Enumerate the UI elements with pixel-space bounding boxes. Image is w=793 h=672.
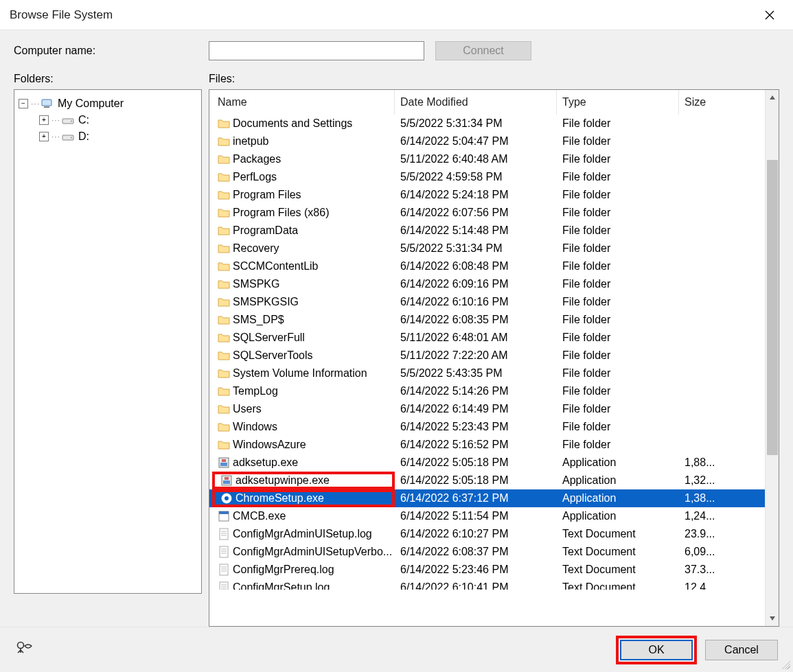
folder-icon (218, 224, 230, 237)
column-header-size[interactable]: Size (679, 90, 734, 115)
file-date: 5/11/2022 6:48:01 AM (395, 332, 557, 344)
svg-point-32 (18, 642, 24, 649)
file-row[interactable]: ProgramData6/14/2022 5:14:48 PMFile fold… (209, 222, 765, 240)
connect-button[interactable]: Connect (435, 41, 531, 60)
svg-rect-10 (223, 480, 230, 484)
svg-rect-7 (220, 463, 227, 466)
folder-icon (218, 439, 230, 451)
folder-icon (218, 367, 230, 380)
file-date: 6/14/2022 6:14:49 PM (395, 403, 557, 415)
file-date: 5/11/2022 7:22:20 AM (395, 349, 557, 362)
file-name: System Volume Information (233, 367, 367, 380)
file-row[interactable]: SQLServerFull5/11/2022 6:48:01 AMFile fo… (209, 329, 765, 347)
file-name: inetpub (233, 135, 269, 148)
file-row[interactable]: PerfLogs5/5/2022 4:59:58 PMFile folder (209, 168, 765, 186)
file-row[interactable]: Program Files (x86)6/14/2022 6:07:56 PMF… (209, 204, 765, 222)
file-type: File folder (557, 207, 679, 219)
folder-icon (218, 260, 230, 273)
column-header-name[interactable]: Name (212, 90, 395, 115)
titlebar: Browse File System (0, 0, 793, 30)
file-date: 6/14/2022 6:10:41 PM (395, 581, 557, 590)
svg-rect-15 (219, 511, 229, 514)
file-name: ProgramData (233, 224, 298, 237)
file-name: adksetup.exe (233, 456, 298, 469)
file-row[interactable]: ConfigMgrPrereq.log6/14/2022 5:23:46 PMT… (209, 561, 765, 579)
file-size: 1,88... (679, 456, 734, 469)
scroll-down-arrow-icon[interactable] (766, 611, 779, 626)
installer-icon (218, 456, 230, 469)
file-row[interactable]: ConfigMgrAdminUISetup.log6/14/2022 6:10:… (209, 525, 765, 543)
scroll-thumb[interactable] (767, 160, 778, 455)
svg-rect-8 (222, 459, 226, 462)
file-date: 6/14/2022 5:04:47 PM (395, 135, 557, 148)
file-row[interactable]: SQLServerTools5/11/2022 7:22:20 AMFile f… (209, 347, 765, 364)
file-type: Text Document (557, 581, 679, 590)
tree-connector: ··· (51, 132, 60, 141)
help-icon[interactable] (15, 639, 34, 660)
file-name: SCCMContentLib (233, 260, 319, 273)
file-row[interactable]: adksetupwinpe.exe6/14/2022 5:05:18 PMApp… (209, 472, 765, 489)
file-name: ConfigMgrAdminUISetupVerbo... (233, 546, 392, 558)
tree-connector: ··· (51, 115, 60, 125)
file-row[interactable]: WindowsAzure6/14/2022 5:16:52 PMFile fol… (209, 436, 765, 454)
cancel-button[interactable]: Cancel (705, 640, 778, 660)
file-row[interactable]: Program Files6/14/2022 5:24:18 PMFile fo… (209, 186, 765, 204)
file-row[interactable]: SMSPKG6/14/2022 6:09:16 PMFile folder (209, 275, 765, 293)
file-row[interactable]: ChromeSetup.exe6/14/2022 6:37:12 PMAppli… (209, 489, 765, 507)
collapse-icon[interactable]: − (19, 99, 28, 108)
computer-icon (41, 98, 55, 109)
file-date: 6/14/2022 6:07:56 PM (395, 207, 557, 219)
file-row[interactable]: Packages5/11/2022 6:40:48 AMFile folder (209, 150, 765, 168)
file-row[interactable]: System Volume Information5/5/2022 5:43:3… (209, 364, 765, 382)
file-name: Program Files (233, 189, 301, 201)
file-row[interactable]: Recovery5/5/2022 5:31:34 PMFile folder (209, 240, 765, 257)
file-row[interactable]: inetpub6/14/2022 5:04:47 PMFile folder (209, 132, 765, 150)
tree-node-my-computer[interactable]: − ··· My Computer (19, 95, 197, 112)
folder-icon (218, 332, 230, 344)
file-row[interactable]: TempLog6/14/2022 5:14:26 PMFile folder (209, 382, 765, 400)
tree-node-drive[interactable]: +···C: (39, 112, 197, 128)
file-row[interactable]: ConfigMgrAdminUISetupVerbo...6/14/2022 6… (209, 543, 765, 561)
installer-icon (220, 474, 233, 487)
file-row[interactable]: Documents and Settings5/5/2022 5:31:34 P… (209, 115, 765, 132)
vertical-scrollbar[interactable] (765, 90, 779, 626)
file-row[interactable]: ConfigMgrSetup.log6/14/2022 6:10:41 PMTe… (209, 579, 765, 590)
column-header-type[interactable]: Type (557, 90, 679, 115)
panes: − ··· My Computer +···C:+···D: Name (0, 89, 793, 627)
computer-name-input[interactable] (209, 41, 424, 60)
file-type: File folder (557, 242, 679, 255)
file-row[interactable]: SCCMContentLib6/14/2022 6:08:48 PMFile f… (209, 257, 765, 275)
tree-node-drive[interactable]: +···D: (39, 128, 197, 145)
file-date: 5/5/2022 5:43:35 PM (395, 367, 557, 380)
file-name: Documents and Settings (233, 117, 352, 130)
close-button[interactable] (756, 4, 783, 26)
scroll-track[interactable] (766, 105, 779, 611)
folder-tree[interactable]: − ··· My Computer +···C:+···D: (14, 89, 202, 594)
ok-button[interactable]: OK (620, 640, 693, 660)
file-row[interactable]: SMSPKGSIG6/14/2022 6:10:16 PMFile folder (209, 293, 765, 311)
folder-icon (218, 403, 230, 415)
expand-icon[interactable]: + (39, 132, 49, 141)
column-header-date[interactable]: Date Modified (395, 90, 557, 115)
file-size: 1,24... (679, 510, 734, 522)
expand-icon[interactable]: + (39, 115, 49, 125)
file-row[interactable]: adksetup.exe6/14/2022 5:05:18 PMApplicat… (209, 454, 765, 472)
tree-node-label: C: (78, 114, 89, 126)
file-name: adksetupwinpe.exe (235, 474, 330, 487)
files-list[interactable]: Documents and Settings5/5/2022 5:31:34 P… (209, 115, 765, 590)
file-date: 6/14/2022 6:08:48 PM (395, 260, 557, 273)
file-row[interactable]: Users6/14/2022 6:14:49 PMFile folder (209, 400, 765, 418)
file-type: File folder (557, 403, 679, 415)
file-name: Recovery (233, 242, 279, 255)
file-row[interactable]: SMS_DP$6/14/2022 6:08:35 PMFile folder (209, 311, 765, 329)
resize-grip-icon[interactable] (779, 658, 790, 669)
scroll-up-arrow-icon[interactable] (766, 90, 779, 105)
file-date: 6/14/2022 5:11:54 PM (395, 510, 557, 522)
file-name: ConfigMgrAdminUISetup.log (233, 528, 372, 540)
svg-rect-1 (44, 106, 49, 108)
ok-button-highlight: OK (616, 636, 697, 664)
file-size: 12.4 (679, 581, 734, 590)
svg-point-13 (225, 496, 229, 500)
file-row[interactable]: CMCB.exe6/14/2022 5:11:54 PMApplication1… (209, 507, 765, 525)
file-row[interactable]: Windows6/14/2022 5:23:43 PMFile folder (209, 418, 765, 436)
